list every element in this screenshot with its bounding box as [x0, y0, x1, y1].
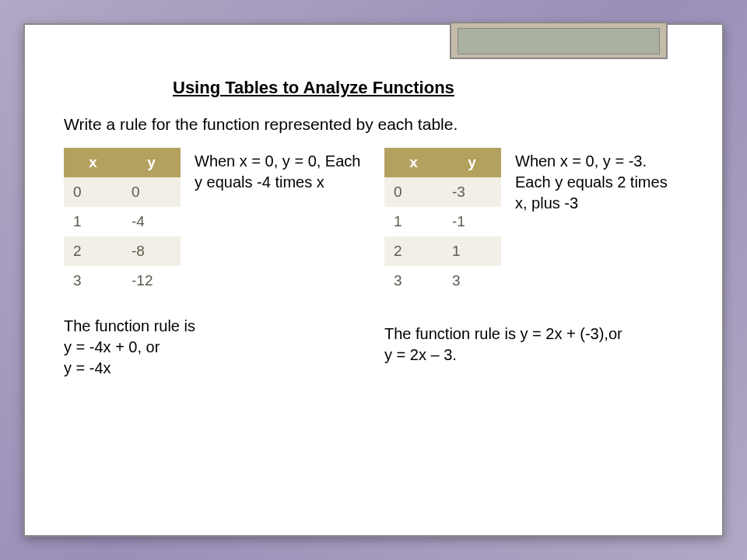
page-title: Using Tables to Analyze Functions: [173, 78, 683, 98]
right-block-top: x y 0 -3 1 -1 2 1: [384, 148, 683, 296]
cell: 2: [384, 236, 443, 266]
right-block: x y 0 -3 1 -1 2 1: [384, 148, 683, 379]
work-area: x y 0 0 1 -4 2 -8: [64, 148, 683, 379]
table-row: 2 -8: [64, 236, 181, 266]
right-table: x y 0 -3 1 -1 2 1: [384, 148, 501, 296]
cell: -1: [443, 207, 501, 236]
right-explanation: When x = 0, y = -3. Each y equals 2 time…: [515, 148, 683, 214]
table-row: 2 1: [384, 236, 501, 266]
cell: 0: [384, 177, 443, 207]
cell: -8: [122, 236, 181, 266]
table-row: 3 3: [384, 266, 501, 296]
right-header-y: y: [443, 148, 501, 177]
table-row: 1 -1: [384, 207, 501, 236]
left-table: x y 0 0 1 -4 2 -8: [64, 148, 181, 296]
left-block: x y 0 0 1 -4 2 -8: [64, 148, 363, 379]
table-row: 1 -4: [64, 207, 181, 236]
cell: -12: [122, 266, 181, 296]
table-row: 0 0: [64, 177, 181, 207]
left-rule: The function rule is y = -4x + 0, or y =…: [64, 316, 363, 379]
instruction-text: Write a rule for the function represente…: [64, 115, 683, 134]
cell: 2: [64, 236, 122, 266]
cell: 3: [384, 266, 443, 296]
left-header-x: x: [64, 148, 122, 177]
cell: 3: [64, 266, 122, 296]
right-header-x: x: [384, 148, 443, 177]
left-header-y: y: [122, 148, 181, 177]
left-explanation: When x = 0, y = 0, Each y equals -4 time…: [195, 148, 363, 193]
table-row: 3 -12: [64, 266, 181, 296]
cell: 3: [443, 266, 501, 296]
cell: 1: [443, 236, 501, 266]
cell: -3: [443, 177, 501, 207]
cell: 1: [384, 207, 443, 236]
table-row: 0 -3: [384, 177, 501, 207]
left-block-top: x y 0 0 1 -4 2 -8: [64, 148, 363, 296]
slide-card: Using Tables to Analyze Functions Write …: [23, 23, 724, 537]
decorative-tab-inner: [458, 28, 660, 54]
cell: -4: [122, 207, 181, 236]
right-rule: The function rule is y = 2x + (-3),or y …: [384, 324, 683, 366]
decorative-tab-outer: [450, 22, 668, 59]
cell: 0: [64, 177, 122, 207]
cell: 0: [122, 177, 181, 207]
cell: 1: [64, 207, 122, 236]
